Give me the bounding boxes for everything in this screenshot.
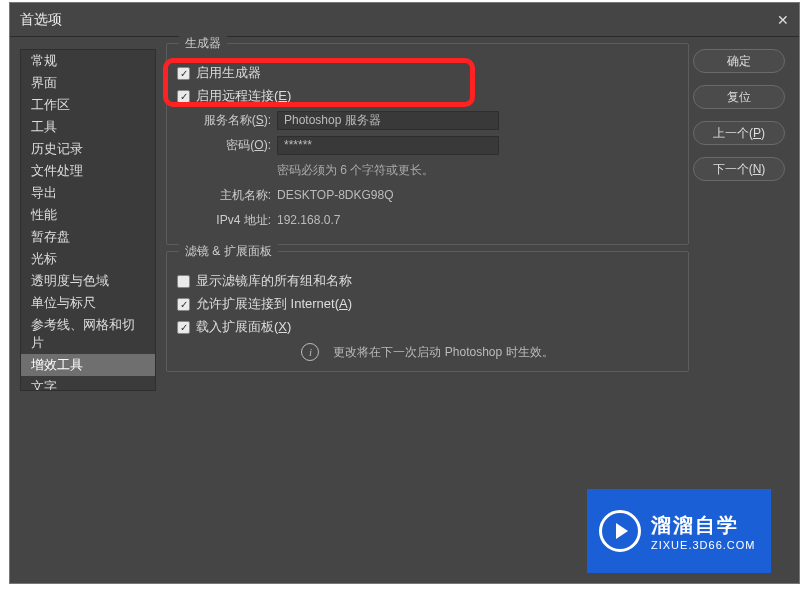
generator-legend: 生成器: [179, 35, 227, 52]
sidebar-item[interactable]: 常规: [21, 50, 155, 72]
enable-remote-row[interactable]: 启用远程连接(E): [177, 86, 678, 106]
ipv4-label: IPv4 地址:: [177, 212, 271, 229]
watermark: 溜溜自学 ZIXUE.3D66.COM: [587, 489, 771, 573]
info-icon: i: [301, 343, 319, 361]
sidebar-item[interactable]: 导出: [21, 182, 155, 204]
restart-note-row: i 更改将在下一次启动 Photoshop 时生效。: [177, 343, 678, 361]
checkbox-enable-generator[interactable]: [177, 67, 190, 80]
enable-generator-row[interactable]: 启用生成器: [177, 63, 678, 83]
checkbox-show-all-groups[interactable]: [177, 275, 190, 288]
load-panels-row[interactable]: 载入扩展面板(X): [177, 317, 678, 337]
sidebar-item[interactable]: 历史记录: [21, 138, 155, 160]
password-input[interactable]: [277, 136, 499, 155]
show-all-groups-row[interactable]: 显示滤镜库的所有组和名称: [177, 271, 678, 291]
password-label: 密码(O):: [177, 137, 271, 154]
load-panels-label: 载入扩展面板(X): [196, 318, 291, 336]
sidebar-item[interactable]: 暂存盘: [21, 226, 155, 248]
sidebar-item[interactable]: 文件处理: [21, 160, 155, 182]
watermark-title: 溜溜自学: [651, 512, 755, 539]
password-row: 密码(O):: [177, 134, 678, 156]
show-all-groups-label: 显示滤镜库的所有组和名称: [196, 272, 352, 290]
watermark-url: ZIXUE.3D66.COM: [651, 539, 755, 551]
enable-remote-label: 启用远程连接(E): [196, 87, 291, 105]
ok-button[interactable]: 确定: [693, 49, 785, 73]
sidebar-item[interactable]: 增效工具: [21, 354, 155, 376]
ipv4-value: 192.168.0.7: [277, 213, 340, 227]
enable-generator-label: 启用生成器: [196, 64, 261, 82]
password-hint-row: 密码必须为 6 个字符或更长。: [177, 159, 678, 181]
restart-note: 更改将在下一次启动 Photoshop 时生效。: [333, 344, 553, 361]
reset-button[interactable]: 复位: [693, 85, 785, 109]
sidebar-item[interactable]: 参考线、网格和切片: [21, 314, 155, 354]
hostname-label: 主机名称:: [177, 187, 271, 204]
filters-fieldset: 滤镜 & 扩展面板 显示滤镜库的所有组和名称 允许扩展连接到 Internet(…: [166, 251, 689, 372]
filters-legend: 滤镜 & 扩展面板: [179, 243, 278, 260]
sidebar-item[interactable]: 光标: [21, 248, 155, 270]
sidebar-item[interactable]: 界面: [21, 72, 155, 94]
play-circle-icon: [599, 510, 641, 552]
hostname-row: 主机名称: DESKTOP-8DKG98Q: [177, 184, 678, 206]
hostname-value: DESKTOP-8DKG98Q: [277, 188, 393, 202]
ipv4-row: IPv4 地址: 192.168.0.7: [177, 209, 678, 231]
allow-internet-row[interactable]: 允许扩展连接到 Internet(A): [177, 294, 678, 314]
checkbox-allow-internet[interactable]: [177, 298, 190, 311]
service-name-input[interactable]: [277, 111, 499, 130]
titlebar: 首选项 ✕: [10, 3, 799, 37]
button-column: 确定 复位 上一个(P) 下一个(N): [693, 49, 785, 181]
generator-fieldset: 生成器 启用生成器 启用远程连接(E) 服务名称(S):: [166, 43, 689, 245]
sidebar-item[interactable]: 单位与标尺: [21, 292, 155, 314]
sidebar-item[interactable]: 工具: [21, 116, 155, 138]
preferences-window: 首选项 ✕ 常规界面工作区工具历史记录文件处理导出性能暂存盘光标透明度与色域单位…: [9, 2, 800, 584]
sidebar-item[interactable]: 透明度与色域: [21, 270, 155, 292]
prev-button[interactable]: 上一个(P): [693, 121, 785, 145]
service-name-label: 服务名称(S):: [177, 112, 271, 129]
window-title: 首选项: [20, 11, 62, 29]
service-name-row: 服务名称(S):: [177, 109, 678, 131]
close-icon[interactable]: ✕: [777, 12, 789, 28]
allow-internet-label: 允许扩展连接到 Internet(A): [196, 295, 352, 313]
next-button[interactable]: 下一个(N): [693, 157, 785, 181]
sidebar: 常规界面工作区工具历史记录文件处理导出性能暂存盘光标透明度与色域单位与标尺参考线…: [20, 49, 156, 391]
sidebar-item[interactable]: 文字: [21, 376, 155, 391]
password-hint: 密码必须为 6 个字符或更长。: [277, 162, 434, 179]
checkbox-enable-remote[interactable]: [177, 90, 190, 103]
sidebar-item[interactable]: 性能: [21, 204, 155, 226]
checkbox-load-panels[interactable]: [177, 321, 190, 334]
sidebar-item[interactable]: 工作区: [21, 94, 155, 116]
